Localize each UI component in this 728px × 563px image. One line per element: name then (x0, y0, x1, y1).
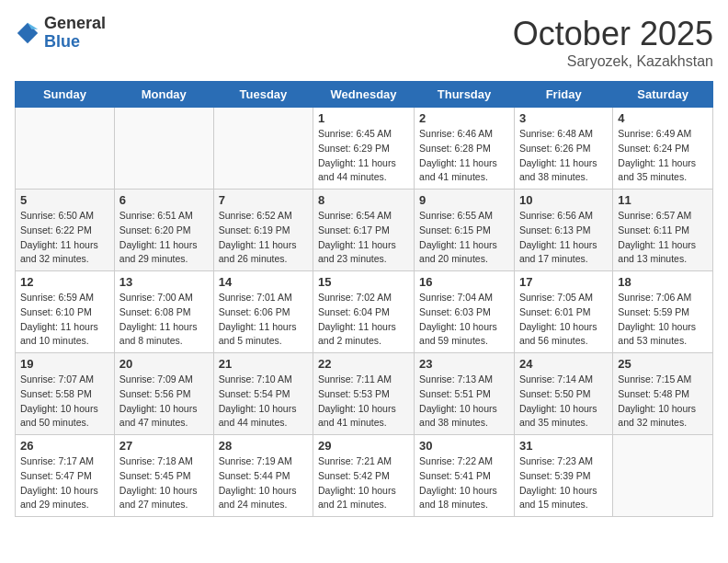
day-cell: 6 Sunrise: 6:51 AM Sunset: 6:20 PM Dayli… (114, 190, 213, 271)
day-number: 6 (119, 193, 209, 207)
day-number: 19 (20, 357, 109, 371)
sunrise-text: Sunrise: 7:22 AM (419, 455, 493, 466)
day-cell (114, 108, 213, 190)
day-info: Sunrise: 6:57 AM Sunset: 6:11 PM Dayligh… (618, 209, 708, 267)
header-monday: Monday (114, 82, 213, 108)
day-info: Sunrise: 6:55 AM Sunset: 6:15 PM Dayligh… (419, 209, 509, 267)
sunrise-text: Sunrise: 7:11 AM (318, 373, 392, 385)
daylight-text: Daylight: 11 hours and 41 minutes. (419, 157, 497, 183)
day-info: Sunrise: 7:04 AM Sunset: 6:03 PM Dayligh… (419, 291, 509, 349)
day-number: 22 (318, 357, 409, 371)
sunset-text: Sunset: 5:45 PM (119, 470, 191, 481)
daylight-text: Daylight: 10 hours and 32 minutes. (618, 403, 696, 429)
daylight-text: Daylight: 10 hours and 44 minutes. (219, 403, 297, 429)
day-cell: 5 Sunrise: 6:50 AM Sunset: 6:22 PM Dayli… (16, 190, 115, 271)
day-info: Sunrise: 7:01 AM Sunset: 6:06 PM Dayligh… (219, 291, 308, 349)
sunrise-text: Sunrise: 6:52 AM (219, 210, 292, 221)
sunset-text: Sunset: 5:53 PM (318, 388, 390, 399)
sunrise-text: Sunrise: 7:06 AM (618, 292, 691, 303)
daylight-text: Daylight: 11 hours and 38 minutes. (519, 157, 597, 183)
week-row-3: 12 Sunrise: 6:59 AM Sunset: 6:10 PM Dayl… (16, 271, 713, 353)
week-row-5: 26 Sunrise: 7:17 AM Sunset: 5:47 PM Dayl… (16, 435, 713, 517)
sunrise-text: Sunrise: 7:07 AM (20, 373, 94, 385)
sunset-text: Sunset: 6:15 PM (419, 224, 491, 236)
daylight-text: Daylight: 11 hours and 5 minutes. (219, 321, 297, 347)
sunset-text: Sunset: 6:10 PM (20, 306, 92, 317)
day-info: Sunrise: 7:22 AM Sunset: 5:41 PM Dayligh… (419, 454, 509, 512)
day-cell: 30 Sunrise: 7:22 AM Sunset: 5:41 PM Dayl… (415, 435, 515, 517)
day-number: 28 (219, 439, 308, 453)
day-info: Sunrise: 7:18 AM Sunset: 5:45 PM Dayligh… (119, 454, 209, 512)
day-info: Sunrise: 7:00 AM Sunset: 6:08 PM Dayligh… (119, 291, 209, 349)
sunset-text: Sunset: 6:28 PM (419, 143, 491, 154)
day-cell: 26 Sunrise: 7:17 AM Sunset: 5:47 PM Dayl… (16, 435, 115, 517)
daylight-text: Daylight: 11 hours and 35 minutes. (618, 157, 696, 183)
day-number: 30 (419, 439, 509, 453)
title-section: October 2025 Saryozek, Kazakhstan (513, 15, 713, 70)
sunset-text: Sunset: 6:29 PM (318, 143, 390, 154)
daylight-text: Daylight: 10 hours and 56 minutes. (519, 321, 597, 347)
day-info: Sunrise: 7:19 AM Sunset: 5:44 PM Dayligh… (219, 454, 308, 512)
sunrise-text: Sunrise: 7:01 AM (219, 292, 292, 303)
day-info: Sunrise: 6:49 AM Sunset: 6:24 PM Dayligh… (618, 127, 708, 185)
week-row-4: 19 Sunrise: 7:07 AM Sunset: 5:58 PM Dayl… (16, 353, 713, 435)
day-cell: 1 Sunrise: 6:45 AM Sunset: 6:29 PM Dayli… (313, 108, 415, 190)
day-cell: 31 Sunrise: 7:23 AM Sunset: 5:39 PM Dayl… (514, 435, 612, 517)
daylight-text: Daylight: 10 hours and 29 minutes. (20, 485, 98, 511)
calendar-table: Sunday Monday Tuesday Wednesday Thursday… (15, 81, 713, 517)
day-info: Sunrise: 7:07 AM Sunset: 5:58 PM Dayligh… (20, 373, 109, 431)
day-number: 20 (119, 357, 209, 371)
header-friday: Friday (514, 82, 612, 108)
day-info: Sunrise: 6:45 AM Sunset: 6:29 PM Dayligh… (318, 127, 409, 185)
daylight-text: Daylight: 11 hours and 10 minutes. (20, 321, 98, 347)
day-cell: 4 Sunrise: 6:49 AM Sunset: 6:24 PM Dayli… (613, 108, 713, 190)
day-info: Sunrise: 6:50 AM Sunset: 6:22 PM Dayligh… (20, 209, 109, 267)
sunrise-text: Sunrise: 7:21 AM (318, 455, 392, 466)
day-cell: 19 Sunrise: 7:07 AM Sunset: 5:58 PM Dayl… (16, 353, 115, 435)
day-cell (213, 108, 313, 190)
logo-text: General Blue (44, 15, 106, 52)
weekday-header-row: Sunday Monday Tuesday Wednesday Thursday… (16, 82, 713, 108)
sunrise-text: Sunrise: 7:17 AM (20, 455, 94, 466)
daylight-text: Daylight: 10 hours and 18 minutes. (419, 485, 497, 511)
day-number: 8 (318, 193, 409, 207)
daylight-text: Daylight: 11 hours and 13 minutes. (618, 239, 696, 265)
sunset-text: Sunset: 6:04 PM (318, 306, 390, 317)
day-info: Sunrise: 7:17 AM Sunset: 5:47 PM Dayligh… (20, 454, 109, 512)
sunset-text: Sunset: 6:22 PM (20, 224, 92, 236)
header-saturday: Saturday (613, 82, 713, 108)
day-number: 29 (318, 439, 409, 453)
sunrise-text: Sunrise: 7:02 AM (318, 292, 392, 303)
daylight-text: Daylight: 11 hours and 29 minutes. (119, 239, 198, 265)
day-cell: 23 Sunrise: 7:13 AM Sunset: 5:51 PM Dayl… (415, 353, 515, 435)
day-cell (613, 435, 713, 517)
day-number: 3 (519, 111, 608, 125)
sunrise-text: Sunrise: 6:55 AM (419, 210, 493, 221)
day-info: Sunrise: 6:54 AM Sunset: 6:17 PM Dayligh… (318, 209, 409, 267)
sunrise-text: Sunrise: 7:18 AM (119, 455, 193, 466)
day-info: Sunrise: 7:10 AM Sunset: 5:54 PM Dayligh… (219, 373, 308, 431)
sunset-text: Sunset: 5:42 PM (318, 470, 390, 481)
day-number: 27 (119, 439, 209, 453)
daylight-text: Daylight: 11 hours and 2 minutes. (318, 321, 396, 347)
day-number: 13 (119, 275, 209, 289)
day-info: Sunrise: 7:05 AM Sunset: 6:01 PM Dayligh… (519, 291, 608, 349)
day-cell: 7 Sunrise: 6:52 AM Sunset: 6:19 PM Dayli… (213, 190, 313, 271)
sunset-text: Sunset: 5:50 PM (519, 388, 591, 399)
day-number: 10 (519, 193, 608, 207)
logo: General Blue (15, 15, 106, 52)
daylight-text: Daylight: 11 hours and 8 minutes. (119, 321, 198, 347)
daylight-text: Daylight: 10 hours and 27 minutes. (119, 485, 198, 511)
daylight-text: Daylight: 11 hours and 17 minutes. (519, 239, 597, 265)
sunset-text: Sunset: 5:54 PM (219, 388, 290, 399)
day-cell: 2 Sunrise: 6:46 AM Sunset: 6:28 PM Dayli… (415, 108, 515, 190)
day-info: Sunrise: 7:11 AM Sunset: 5:53 PM Dayligh… (318, 373, 409, 431)
day-cell: 20 Sunrise: 7:09 AM Sunset: 5:56 PM Dayl… (114, 353, 213, 435)
sunrise-text: Sunrise: 6:54 AM (318, 210, 392, 221)
sunset-text: Sunset: 6:19 PM (219, 224, 290, 236)
header-wednesday: Wednesday (313, 82, 415, 108)
day-number: 16 (419, 275, 509, 289)
day-cell: 28 Sunrise: 7:19 AM Sunset: 5:44 PM Dayl… (213, 435, 313, 517)
location-subtitle: Saryozek, Kazakhstan (513, 53, 713, 70)
day-info: Sunrise: 7:21 AM Sunset: 5:42 PM Dayligh… (318, 454, 409, 512)
